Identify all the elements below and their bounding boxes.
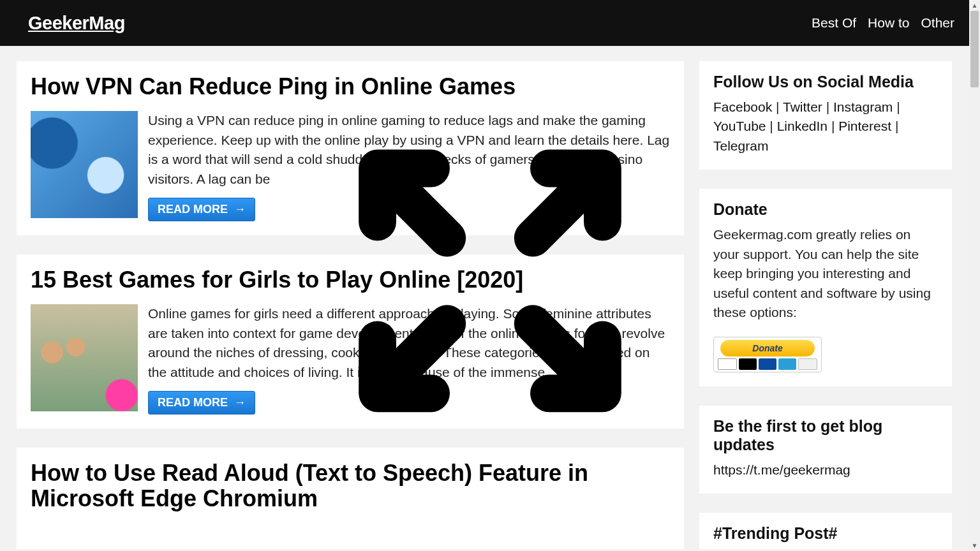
amex-icon [778,358,796,370]
discover-icon [798,358,817,370]
nav-best-of[interactable]: Best Of [812,15,856,31]
vertical-scrollbar[interactable]: ▲ ▼ [969,0,980,551]
sidebar-trending: #Trending Post# [699,513,952,549]
nav-other[interactable]: Other [921,15,954,31]
arrow-right-icon: → [234,396,246,409]
social-links: Facebook | Twitter | Instagram | YouTube… [713,98,938,156]
read-more-button[interactable]: READ MORE → [148,198,255,221]
sidebar-title: Donate [713,200,938,219]
social-instagram[interactable]: Instagram [833,99,893,114]
mastercard-icon [739,358,757,370]
donate-button-label: Donate [720,340,815,356]
sidebar-updates: Be the first to get blog updates https:/… [699,406,952,494]
read-more-label: READ MORE [158,203,228,216]
read-more-label: READ MORE [158,396,228,409]
visa-icon [718,358,737,370]
donate-text: Geekermag.com greatly relies on your sup… [713,225,938,322]
site-header: GeekerMag Best Of How to Other [0,0,980,46]
donate-button[interactable]: Donate [713,337,822,372]
sidebar-title: #Trending Post# [713,524,938,543]
post-title[interactable]: How to Use Read Aloud (Text to Speech) F… [31,460,670,512]
telegram-link[interactable]: https://t.me/geekermag [713,462,850,477]
arrow-right-icon: → [234,203,246,216]
post-thumbnail[interactable]: PN [31,111,138,218]
sidebar: Follow Us on Social Media Facebook | Twi… [699,61,952,551]
scrollbar-thumb[interactable] [970,11,979,87]
scroll-down-button[interactable]: ▼ [969,540,980,551]
primary-nav: Best Of How to Other [812,15,954,31]
nav-how-to[interactable]: How to [868,15,909,31]
post-title[interactable]: How VPN Can Reduce Ping in Online Games [31,74,670,99]
card-icon [759,358,776,370]
site-logo[interactable]: GeekerMag [28,13,125,34]
thumb-badge: PN [31,128,59,151]
read-more-button[interactable]: READ MORE → [148,391,255,415]
post-thumbnail[interactable] [31,304,138,411]
social-twitter[interactable]: Twitter [783,99,822,114]
maximize-icon[interactable] [356,147,624,415]
social-facebook[interactable]: Facebook [713,99,772,114]
social-telegram[interactable]: Telegram [713,138,768,153]
scroll-up-button[interactable]: ▲ [969,0,980,11]
payment-card-icons [718,358,817,370]
sidebar-title: Be the first to get blog updates [713,417,938,454]
social-linkedin[interactable]: LinkedIn [777,119,828,133]
social-youtube[interactable]: YouTube [713,119,766,133]
sidebar-follow: Follow Us on Social Media Facebook | Twi… [699,61,952,170]
sidebar-donate: Donate Geekermag.com greatly relies on y… [699,189,952,386]
social-pinterest[interactable]: Pinterest [838,119,891,133]
sidebar-title: Follow Us on Social Media [713,73,938,91]
post-card: How to Use Read Aloud (Text to Speech) F… [17,448,684,549]
